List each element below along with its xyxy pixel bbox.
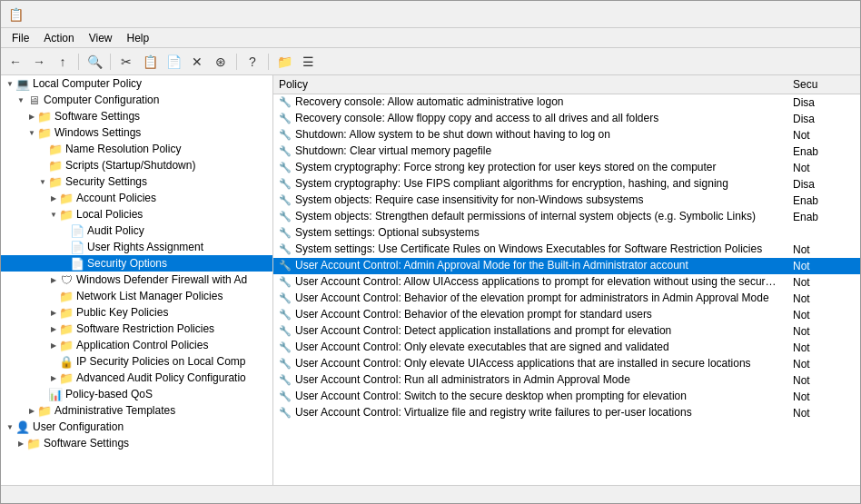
expander-software-restriction[interactable]: ▶ [48, 323, 59, 334]
expander-computer-configuration[interactable]: ▼ [15, 94, 26, 105]
view-button[interactable]: ☰ [297, 51, 319, 73]
tree-icon-app-control: 📁 [59, 338, 74, 352]
forward-button[interactable]: → [28, 51, 50, 73]
tree-label-software-restriction: Software Restriction Policies [76, 322, 272, 335]
tree-icon-public-key: 📁 [59, 305, 74, 320]
table-row[interactable]: 🔧System settings: Use Certificate Rules … [273, 242, 860, 258]
policy-scroll-area[interactable]: Policy Secu 🔧Recovery console: Allow aut… [273, 75, 860, 485]
table-row[interactable]: 🔧Recovery console: Allow automatic admin… [273, 94, 860, 111]
tree-icon-security-options: 📄 [70, 256, 84, 271]
tree-label-windows-settings: Windows Settings [54, 126, 272, 139]
tree-item-ip-security[interactable]: 🔒IP Security Policies on Local Comp [1, 353, 272, 370]
tree-item-user-software-settings[interactable]: ▶📁Software Settings [1, 435, 272, 451]
table-row[interactable]: 🔧User Account Control: Only elevate exec… [273, 340, 860, 356]
policy-icon: 🔧 [279, 96, 292, 109]
expander-ip-security [48, 356, 59, 367]
tree-item-app-control[interactable]: ▶📁Application Control Policies [1, 337, 272, 353]
tree-icon-scripts: 📁 [48, 158, 63, 173]
security-column-header[interactable]: Secu [787, 75, 860, 94]
expander-admin-templates[interactable]: ▶ [26, 405, 37, 416]
policy-cell-security: Not [787, 405, 860, 421]
table-row[interactable]: 🔧System objects: Require case insensitiv… [273, 193, 860, 209]
tree-item-audit-policy[interactable]: 📄Audit Policy [1, 222, 272, 239]
content-area: ▼💻Local Computer Policy▼🖥Computer Config… [1, 75, 860, 485]
cut-button[interactable]: ✂ [115, 51, 137, 73]
policy-cell-security: Enab [787, 143, 860, 160]
expander-app-control[interactable]: ▶ [48, 340, 59, 351]
expander-user-software-settings[interactable]: ▶ [15, 438, 26, 449]
expander-software-settings[interactable]: ▶ [26, 111, 37, 122]
table-row[interactable]: 🔧System cryptography: Use FIPS compliant… [273, 176, 860, 193]
table-row[interactable]: 🔧User Account Control: Detect applicatio… [273, 323, 860, 340]
policy-cell-name: 🔧User Account Control: Only elevate UIAc… [273, 356, 787, 372]
expander-advanced-audit[interactable]: ▶ [48, 372, 59, 383]
table-row[interactable]: 🔧User Account Control: Run all administr… [273, 372, 860, 389]
tree-item-windows-settings[interactable]: ▼📁Windows Settings [1, 124, 272, 141]
tree-icon-audit-policy: 📄 [70, 223, 84, 238]
tree-item-advanced-audit[interactable]: ▶📁Advanced Audit Policy Configuratio [1, 370, 272, 386]
table-row[interactable]: 🔧User Account Control: Allow UIAccess ap… [273, 274, 860, 291]
tree-item-software-settings[interactable]: ▶📁Software Settings [1, 108, 272, 124]
minimize-button[interactable] [769, 5, 795, 24]
tree-item-user-rights[interactable]: 📄User Rights Assignment [1, 239, 272, 255]
close-button[interactable] [827, 5, 853, 24]
table-row[interactable]: 🔧Shutdown: Clear virtual memory pagefile… [273, 143, 860, 160]
table-row[interactable]: 🔧User Account Control: Behavior of the e… [273, 291, 860, 307]
tree-item-software-restriction[interactable]: ▶📁Software Restriction Policies [1, 321, 272, 337]
table-row[interactable]: 🔧User Account Control: Virtualize file a… [273, 405, 860, 421]
copy-button[interactable]: 📋 [139, 51, 161, 73]
back-button[interactable]: ← [5, 51, 26, 73]
menu-file[interactable]: File [5, 30, 36, 46]
policy-cell-security: Enab [787, 193, 860, 209]
menu-action[interactable]: Action [36, 30, 81, 46]
tree-item-computer-configuration[interactable]: ▼🖥Computer Configuration [1, 92, 272, 108]
policy-cell-name: 🔧System settings: Use Certificate Rules … [273, 242, 787, 258]
tree-item-account-policies[interactable]: ▶📁Account Policies [1, 190, 272, 206]
expander-public-key[interactable]: ▶ [48, 307, 59, 318]
delete-button[interactable]: ✕ [186, 51, 208, 73]
table-row[interactable]: 🔧System settings: Optional subsystems [273, 225, 860, 242]
tree-item-policy-based-qos[interactable]: 📊Policy-based QoS [1, 386, 272, 402]
tree-item-local-computer-policy[interactable]: ▼💻Local Computer Policy [1, 75, 272, 92]
up-button[interactable]: ↑ [52, 51, 74, 73]
expander-user-configuration[interactable]: ▼ [5, 421, 15, 432]
expander-windows-settings[interactable]: ▼ [26, 127, 37, 138]
show-hide-button[interactable]: 🔍 [84, 51, 105, 73]
expander-local-computer-policy[interactable]: ▼ [5, 78, 15, 89]
table-row[interactable]: 🔧Shutdown: Allow system to be shut down … [273, 127, 860, 143]
tree-item-scripts[interactable]: 📁Scripts (Startup/Shutdown) [1, 157, 272, 173]
export-button[interactable]: 📁 [273, 51, 295, 73]
tree-item-windows-firewall[interactable]: ▶🛡Windows Defender Firewall with Ad [1, 272, 272, 288]
table-row[interactable]: 🔧System objects: Strengthen default perm… [273, 209, 860, 225]
maximize-button[interactable] [798, 5, 824, 24]
help-button[interactable]: ? [242, 51, 263, 73]
tree-item-security-settings[interactable]: ▼📁Security Settings [1, 173, 272, 190]
tree-item-security-options[interactable]: 📄Security Options [1, 255, 272, 272]
paste-button[interactable]: 📄 [163, 51, 184, 73]
tree-item-network-list[interactable]: 📁Network List Manager Policies [1, 288, 272, 304]
table-row[interactable]: 🔧User Account Control: Switch to the sec… [273, 389, 860, 405]
expander-windows-firewall[interactable]: ▶ [48, 274, 59, 285]
policy-text: System settings: Use Certificate Rules o… [295, 242, 762, 255]
table-row[interactable]: 🔧User Account Control: Admin Approval Mo… [273, 258, 860, 274]
menu-help[interactable]: Help [120, 30, 157, 46]
expander-local-policies[interactable]: ▼ [48, 209, 59, 220]
tree-item-public-key[interactable]: ▶📁Public Key Policies [1, 304, 272, 321]
properties-button[interactable]: ⊛ [210, 51, 232, 73]
tree-icon-ip-security: 🔒 [59, 354, 74, 369]
menu-view[interactable]: View [82, 30, 120, 46]
tree-icon-computer-configuration: 🖥 [26, 93, 41, 107]
tree-item-user-configuration[interactable]: ▼👤User Configuration [1, 419, 272, 435]
tree-item-local-policies[interactable]: ▼📁Local Policies [1, 206, 272, 222]
tree-item-name-resolution[interactable]: 📁Name Resolution Policy [1, 141, 272, 157]
tree-icon-user-software-settings: 📁 [26, 436, 41, 450]
tree-item-admin-templates[interactable]: ▶📁Administrative Templates [1, 402, 272, 419]
table-row[interactable]: 🔧User Account Control: Only elevate UIAc… [273, 356, 860, 372]
policy-icon: 🔧 [279, 260, 292, 272]
table-row[interactable]: 🔧Recovery console: Allow floppy copy and… [273, 111, 860, 127]
expander-account-policies[interactable]: ▶ [48, 193, 59, 203]
table-row[interactable]: 🔧User Account Control: Behavior of the e… [273, 307, 860, 323]
policy-column-header[interactable]: Policy [273, 75, 787, 94]
expander-security-settings[interactable]: ▼ [37, 176, 48, 187]
table-row[interactable]: 🔧System cryptography: Force strong key p… [273, 160, 860, 176]
